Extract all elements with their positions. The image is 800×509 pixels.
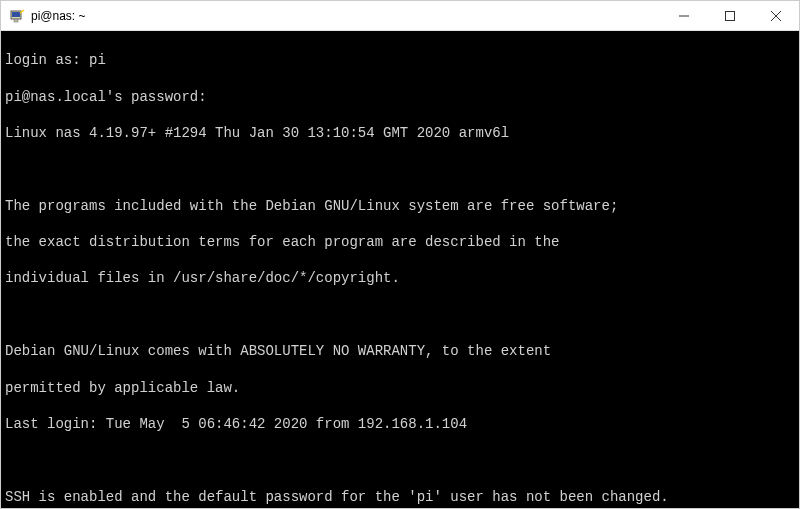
putty-window: pi@nas: ~ login as: pi pi@nas.local's pa… — [0, 0, 800, 509]
svg-rect-2 — [14, 20, 18, 22]
terminal-line: permitted by applicable law. — [5, 379, 795, 397]
minimize-button[interactable] — [661, 1, 707, 30]
terminal-line: individual files in /usr/share/doc/*/cop… — [5, 269, 795, 287]
svg-rect-5 — [726, 11, 735, 20]
terminal-blank-line — [5, 451, 795, 469]
terminal-line: the exact distribution terms for each pr… — [5, 233, 795, 251]
terminal-line: Last login: Tue May 5 06:46:42 2020 from… — [5, 415, 795, 433]
terminal-line: pi@nas.local's password: — [5, 88, 795, 106]
terminal-line: SSH is enabled and the default password … — [5, 488, 795, 506]
terminal-line: login as: pi — [5, 51, 795, 69]
titlebar[interactable]: pi@nas: ~ — [1, 1, 799, 31]
terminal-line: Linux nas 4.19.97+ #1294 Thu Jan 30 13:1… — [5, 124, 795, 142]
svg-rect-1 — [12, 12, 20, 17]
terminal-line: Debian GNU/Linux comes with ABSOLUTELY N… — [5, 342, 795, 360]
maximize-button[interactable] — [707, 1, 753, 30]
window-controls — [661, 1, 799, 30]
terminal-line: The programs included with the Debian GN… — [5, 197, 795, 215]
terminal-blank-line — [5, 160, 795, 178]
putty-icon — [9, 8, 25, 24]
terminal-body[interactable]: login as: pi pi@nas.local's password: Li… — [1, 31, 799, 508]
window-title: pi@nas: ~ — [31, 9, 661, 23]
terminal-blank-line — [5, 306, 795, 324]
close-button[interactable] — [753, 1, 799, 30]
